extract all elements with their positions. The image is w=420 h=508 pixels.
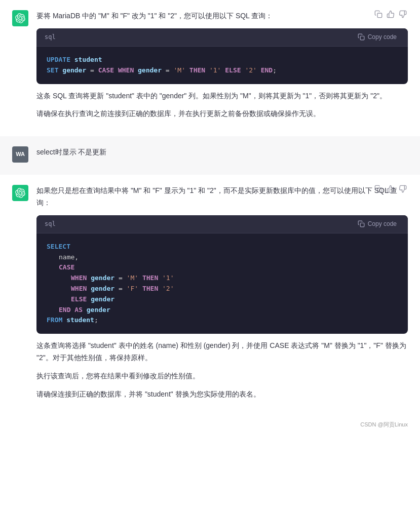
user-message-1: WA select时显示 不是更新 [0,136,420,175]
code-lang-1: sql [45,32,56,42]
copy-icon-2[interactable] [374,185,384,194]
footer-text: CSDN @阿贡Linux [360,421,408,427]
ai-message-1-text-after-1: 这条 SQL 查询将更新 "student" 表中的 "gender" 列。如果… [36,90,408,102]
ai-message-1-text-before: 要将 MariaDB 中的 "M" 和 "F" 改为 "1" 和 "2"，您可以… [36,10,408,22]
copy-button-2[interactable]: Copy code [355,219,400,228]
ai-message-1-text-after-2: 请确保在执行查询之前连接到正确的数据库，并在执行更新之前备份数据或确保操作无误。 [36,108,408,120]
thumbs-up-icon-2[interactable] [387,185,396,194]
ai-message-2-text-after-1: 这条查询将选择 "student" 表中的姓名 (name) 和性别 (gend… [36,340,408,364]
footer: CSDN @阿贡Linux [0,416,420,436]
user-avatar-label: WA [16,150,25,159]
svg-rect-3 [377,188,382,192]
ai-message-2-text-after-3: 请确保连接到正确的数据库，并将 "student" 替换为您实际使用的表名。 [36,388,408,401]
ai-message-2-actions [374,185,408,194]
ai-message-2: 如果您只是想在查询结果中将 "M" 和 "F" 显示为 "1" 和 "2"，而不… [0,175,420,416]
ai-message-2-content: 如果您只是想在查询结果中将 "M" 和 "F" 显示为 "1" 和 "2"，而不… [36,185,408,406]
avatar-2 [12,185,28,201]
code-header-1: sql Copy code [36,28,408,47]
thumbs-down-icon-2[interactable] [399,185,408,194]
copy-button-1[interactable]: Copy code [355,32,400,42]
code-body-1: UPDATE student SET gender = CASE WHEN ge… [36,47,408,84]
user-avatar: WA [12,146,28,163]
svg-rect-2 [360,223,364,227]
code-body-2: SELECT name, CASE WHEN gender = 'M' THEN… [36,233,408,334]
chat-container: 要将 MariaDB 中的 "M" 和 "F" 改为 "1" 和 "2"，您可以… [0,0,420,436]
code-header-2: sql Copy code [36,215,408,233]
ai-message-1-content: 要将 MariaDB 中的 "M" 和 "F" 改为 "1" 和 "2"，您可以… [36,10,408,126]
svg-rect-0 [360,36,364,41]
avatar [12,10,28,26]
ai-message-2-text-before: 如果您只是想在查询结果中将 "M" 和 "F" 显示为 "1" 和 "2"，而不… [36,185,408,209]
ai-message-1: 要将 MariaDB 中的 "M" 和 "F" 改为 "1" 和 "2"，您可以… [0,0,420,136]
copy-label: Copy code [368,33,397,41]
user-message-1-text: select时显示 不是更新 [36,146,408,159]
copy-icon[interactable] [374,10,384,19]
ai-message-2-text-after-2: 执行该查询后，您将在结果中看到修改后的性别值。 [36,370,408,382]
code-block-2: sql Copy code SELECT name, CASE WHEN gen… [36,215,408,334]
ai-message-1-actions [374,10,408,19]
thumbs-up-icon[interactable] [387,10,396,19]
copy-label-2: Copy code [368,220,397,227]
code-lang-2: sql [45,219,56,229]
user-message-1-content: select时显示 不是更新 [36,146,408,165]
code-block-1: sql Copy code UPDATE student SET gender … [36,28,408,84]
svg-rect-1 [377,13,382,18]
thumbs-down-icon[interactable] [399,10,408,19]
